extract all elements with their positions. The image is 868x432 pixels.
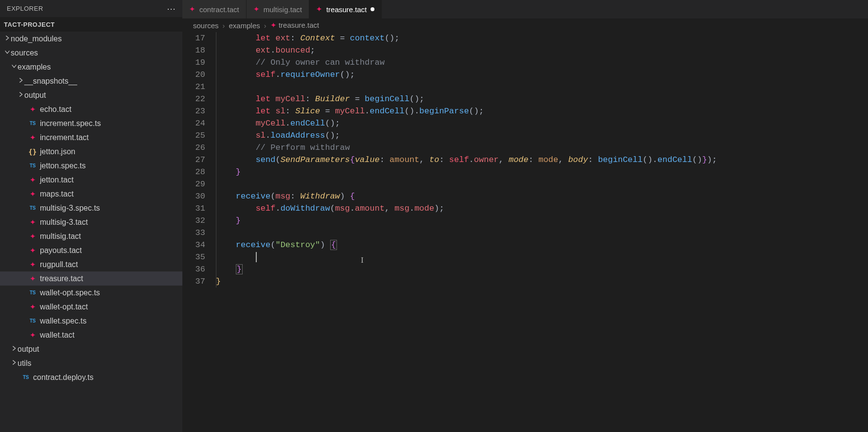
code-line[interactable]: myCell.endCell(); [216, 117, 868, 129]
typescript-file-icon: TS [30, 318, 35, 324]
tree-file[interactable]: TSincrement.spec.ts [0, 116, 182, 130]
tree-item-label: __snapshots__ [24, 77, 77, 86]
tree-file[interactable]: ✦rugpull.tact [0, 257, 182, 271]
code-line[interactable]: let myCell: Builder = beginCell(); [216, 93, 868, 105]
tree-item-label: treasure.tact [40, 274, 83, 283]
tree-file[interactable]: ✦multisig-3.tact [0, 215, 182, 229]
breadcrumb-item[interactable]: sources [193, 21, 219, 30]
tree-folder[interactable]: examples [0, 60, 182, 74]
line-number: 17 [182, 32, 205, 44]
tact-file-icon: ✦ [270, 21, 277, 29]
tree-file[interactable]: ✦treasure.tact [0, 271, 182, 286]
chevron-right-icon [18, 77, 24, 86]
editor-tab[interactable]: ✦contract.tact [182, 0, 247, 18]
tree-file[interactable]: ✦payouts.tact [0, 243, 182, 257]
tree-file[interactable]: ✦wallet-opt.tact [0, 300, 182, 314]
line-number: 21 [182, 81, 205, 93]
tree-item-label: utils [18, 359, 31, 368]
tact-file-icon: ✦ [189, 5, 195, 14]
tree-file[interactable]: TSwallet.spec.ts [0, 314, 182, 328]
code-line[interactable]: // Only owner can withdraw [216, 56, 868, 69]
code-line[interactable]: } [216, 166, 868, 178]
tree-item-label: jetton.spec.ts [40, 162, 86, 170]
code-content[interactable]: I let ext: Context = context(); ext.boun… [214, 32, 868, 432]
tree-item-label: sources [11, 49, 38, 57]
editor-tab[interactable]: ✦treasure.tact [309, 0, 382, 18]
code-line[interactable]: sl.loadAddress(); [216, 129, 868, 142]
tree-item-label: wallet-opt.tact [40, 303, 88, 311]
breadcrumb-item[interactable]: ✦ treasure.tact [270, 21, 319, 30]
tact-file-icon: ✦ [30, 176, 36, 184]
typescript-file-icon: TS [30, 121, 35, 126]
tact-file-icon: ✦ [30, 303, 36, 311]
line-number: 20 [182, 69, 205, 81]
breadcrumbs[interactable]: sources›examples›✦ treasure.tact [182, 18, 868, 32]
tree-file[interactable]: TSwallet-opt.spec.ts [0, 286, 182, 300]
line-number: 25 [182, 129, 205, 142]
file-tree: node_modulessourcesexamples__snapshots__… [0, 32, 182, 432]
tree-file[interactable]: ✦increment.tact [0, 130, 182, 144]
tree-file[interactable]: ✦multisig.tact [0, 229, 182, 243]
tree-folder[interactable]: node_modules [0, 32, 182, 46]
code-line[interactable]: send(SendParameters{value: amount, to: s… [216, 154, 868, 166]
indent-guide [216, 32, 216, 288]
line-number: 19 [182, 56, 205, 69]
tree-item-label: jetton.json [40, 147, 75, 156]
editor-area: ✦contract.tact✦multisig.tact✦treasure.ta… [182, 0, 868, 432]
tact-file-icon: ✦ [316, 5, 322, 14]
code-line[interactable] [216, 227, 868, 239]
tree-file[interactable]: TScontract.deploy.ts [0, 370, 182, 384]
code-line[interactable] [216, 178, 868, 190]
tree-file[interactable]: TSjetton.spec.ts [0, 159, 182, 173]
line-number: 22 [182, 93, 205, 105]
line-number: 31 [182, 202, 205, 215]
tree-folder[interactable]: output [0, 88, 182, 102]
code-line[interactable]: receive("Destroy") { [216, 239, 868, 251]
tree-file[interactable]: {}jetton.json [0, 144, 182, 159]
code-line[interactable]: } [216, 263, 868, 275]
line-number: 34 [182, 239, 205, 251]
line-number: 36 [182, 263, 205, 275]
editor-tab[interactable]: ✦multisig.tact [247, 0, 309, 18]
tact-file-icon: ✦ [30, 105, 36, 114]
explorer-sidebar: EXPLORER ⋯ TACT-PROJECT node_modulessour… [0, 0, 182, 432]
explorer-more-actions-icon[interactable]: ⋯ [167, 3, 176, 14]
tree-file[interactable]: ✦maps.tact [0, 187, 182, 201]
chevron-right-icon [4, 35, 11, 43]
tree-file[interactable]: ✦jetton.tact [0, 173, 182, 187]
typescript-file-icon: TS [30, 290, 35, 295]
code-line[interactable]: receive(msg: Withdraw) { [216, 190, 868, 202]
tree-item-label: node_modules [11, 35, 62, 43]
tree-folder[interactable]: output [0, 342, 182, 356]
code-line[interactable]: self.requireOwner(); [216, 69, 868, 81]
code-line[interactable]: let ext: Context = context(); [216, 32, 868, 44]
tree-folder[interactable]: sources [0, 46, 182, 60]
code-line[interactable]: } [216, 215, 868, 227]
breadcrumb-separator-icon: › [223, 21, 225, 30]
code-line[interactable]: let sl: Slice = myCell.endCell().beginPa… [216, 105, 868, 117]
code-line[interactable]: ext.bounced; [216, 44, 868, 56]
tact-file-icon: ✦ [30, 232, 36, 241]
tree-folder[interactable]: __snapshots__ [0, 74, 182, 88]
tree-item-label: payouts.tact [40, 246, 82, 255]
tree-item-label: examples [18, 63, 51, 72]
code-line[interactable]: self.doWithdraw(msg.amount, msg.mode); [216, 202, 868, 215]
typescript-file-icon: TS [30, 163, 35, 168]
tree-item-label: contract.deploy.ts [33, 373, 93, 382]
tact-file-icon: ✦ [30, 190, 36, 198]
code-line[interactable] [216, 81, 868, 93]
code-line[interactable]: } [216, 275, 868, 288]
tree-item-label: multisig.tact [40, 232, 81, 241]
tree-file[interactable]: ✦wallet.tact [0, 328, 182, 342]
code-line[interactable] [216, 251, 868, 263]
project-name[interactable]: TACT-PROJECT [0, 17, 182, 32]
tab-label: treasure.tact [326, 5, 367, 14]
tree-file[interactable]: TSmultisig-3.spec.ts [0, 201, 182, 215]
json-file-icon: {} [29, 148, 37, 156]
tree-folder[interactable]: utils [0, 356, 182, 370]
tact-file-icon: ✦ [30, 246, 36, 255]
code-line[interactable]: // Perform withdraw [216, 142, 868, 154]
breadcrumb-item[interactable]: examples [229, 21, 260, 30]
editor-body[interactable]: 1718192021222324252627282930313233343536… [182, 32, 868, 432]
tree-file[interactable]: ✦echo.tact [0, 102, 182, 116]
